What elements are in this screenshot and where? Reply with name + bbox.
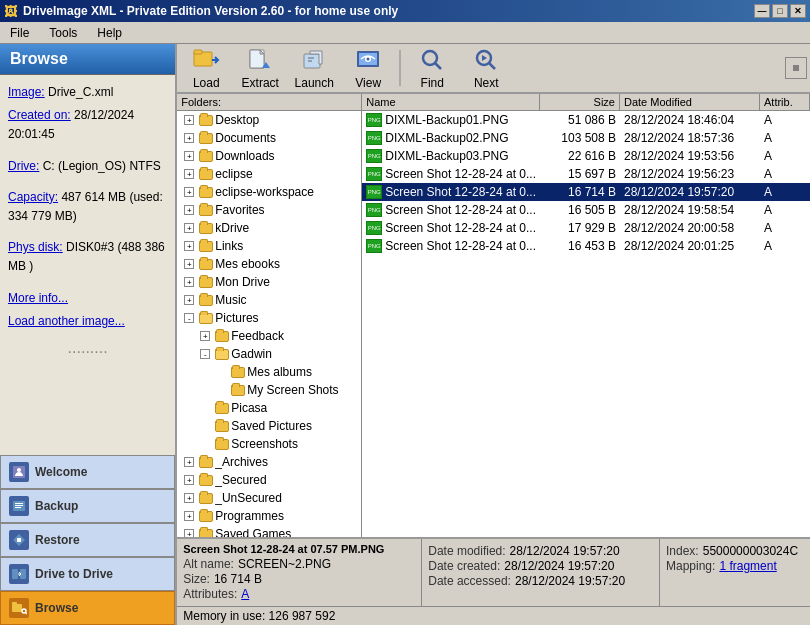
tree-feedback[interactable]: + Feedback <box>177 327 361 345</box>
expand-programmes[interactable]: + <box>181 508 197 524</box>
menu-help[interactable]: Help <box>91 24 128 42</box>
backup-icon <box>9 496 29 516</box>
minimize-button[interactable]: — <box>754 4 770 18</box>
expand-secured[interactable]: + <box>181 472 197 488</box>
tree-downloads[interactable]: + Downloads <box>177 147 361 165</box>
nav-browse[interactable]: Browse <box>0 591 175 625</box>
tree-secured[interactable]: + _Secured <box>177 471 361 489</box>
file-date: 28/12/2024 18:57:36 <box>620 130 760 146</box>
tree-saved-games-label: Saved Games <box>215 527 291 537</box>
mapping-value[interactable]: 1 fragment <box>719 559 776 573</box>
expand-kdrive[interactable]: + <box>181 220 197 236</box>
toolbar-separator <box>399 50 401 86</box>
status-left: Screen Shot 12-28-24 at 07.57 PM.PNG Alt… <box>177 539 422 606</box>
png-icon: PNG <box>366 221 382 235</box>
tree-mes-ebooks-label: Mes ebooks <box>215 257 280 271</box>
attributes-value[interactable]: A <box>241 587 249 601</box>
nav-welcome[interactable]: Welcome <box>0 455 175 489</box>
svg-line-24 <box>489 63 495 69</box>
expand-links[interactable]: + <box>181 238 197 254</box>
expand-documents[interactable]: + <box>181 130 197 146</box>
folder-mes-ebooks-icon <box>199 259 213 270</box>
expand-downloads[interactable]: + <box>181 148 197 164</box>
tree-eclipse[interactable]: + eclipse <box>177 165 361 183</box>
expand-mon-drive[interactable]: + <box>181 274 197 290</box>
file-row[interactable]: PNGScreen Shot 12-28-24 at 0... 16 505 B… <box>362 201 810 219</box>
expand-saved-games[interactable]: + <box>181 526 197 537</box>
load-another-link[interactable]: Load another image... <box>8 314 125 328</box>
tree-links[interactable]: + Links <box>177 237 361 255</box>
find-button[interactable]: Find <box>406 46 458 90</box>
menu-file[interactable]: File <box>4 24 35 42</box>
tree-saved-pictures[interactable]: Saved Pictures <box>177 417 361 435</box>
col-header-size[interactable]: Size <box>540 94 620 110</box>
drive-label: Drive: <box>8 159 39 173</box>
tree-music[interactable]: + Music <box>177 291 361 309</box>
expand-eclipse-workspace[interactable]: + <box>181 184 197 200</box>
file-row[interactable]: PNGDIXML-Backup03.PNG 22 616 B 28/12/202… <box>362 147 810 165</box>
date-created-label: Date created: <box>428 559 500 573</box>
tree-saved-games[interactable]: + Saved Games <box>177 525 361 537</box>
folder-programmes-icon <box>199 511 213 522</box>
png-icon: PNG <box>366 149 382 163</box>
image-label[interactable]: Image: <box>8 85 45 99</box>
col-header-name[interactable]: Name <box>362 94 540 110</box>
nav-backup[interactable]: Backup <box>0 489 175 523</box>
file-date: 28/12/2024 19:57:20 <box>620 184 760 200</box>
expand-gadwin[interactable]: - <box>197 346 213 362</box>
tree-my-screen-shots[interactable]: My Screen Shots <box>177 381 361 399</box>
tree-kdrive[interactable]: + kDrive <box>177 219 361 237</box>
tree-unsecured[interactable]: + _UnSecured <box>177 489 361 507</box>
tree-picasa[interactable]: Picasa <box>177 399 361 417</box>
close-button[interactable]: ✕ <box>790 4 806 18</box>
nav-drive-to-drive[interactable]: Drive to Drive <box>0 557 175 591</box>
file-size: 16 505 B <box>540 202 620 218</box>
expand-eclipse[interactable]: + <box>181 166 197 182</box>
tree-eclipse-workspace[interactable]: + eclipse-workspace <box>177 183 361 201</box>
expand-mes-ebooks[interactable]: + <box>181 256 197 272</box>
extract-button[interactable]: Extract <box>234 46 286 90</box>
tree-pictures[interactable]: - Pictures <box>177 309 361 327</box>
tree-archives[interactable]: + _Archives <box>177 453 361 471</box>
tree-screenshots[interactable]: Screenshots <box>177 435 361 453</box>
expand-archives[interactable]: + <box>181 454 197 470</box>
toolbar-extra[interactable] <box>785 57 807 79</box>
expand-pictures[interactable]: - <box>181 310 197 326</box>
tree-gadwin[interactable]: - Gadwin <box>177 345 361 363</box>
file-row[interactable]: PNGScreen Shot 12-28-24 at 0... 15 697 B… <box>362 165 810 183</box>
expand-feedback[interactable]: + <box>197 328 213 344</box>
tree-favorites-label: Favorites <box>215 203 264 217</box>
tree-mes-albums[interactable]: Mes albums <box>177 363 361 381</box>
col-header-date[interactable]: Date Modified <box>620 94 760 110</box>
file-row[interactable]: PNGDIXML-Backup01.PNG 51 086 B 28/12/202… <box>362 111 810 129</box>
tree-desktop[interactable]: + Desktop <box>177 111 361 129</box>
file-row-selected[interactable]: PNGScreen Shot 12-28-24 at 0... 16 714 B… <box>362 183 810 201</box>
nav-buttons: Welcome Backup Restore Drive to Drive <box>0 455 175 625</box>
maximize-button[interactable]: □ <box>772 4 788 18</box>
file-row[interactable]: PNGScreen Shot 12-28-24 at 0... 17 929 B… <box>362 219 810 237</box>
tree-favorites[interactable]: + Favorites <box>177 201 361 219</box>
file-attr: A <box>760 238 810 254</box>
tree-eclipse-label: eclipse <box>215 167 252 181</box>
index-value: 5500000003024C <box>703 544 798 558</box>
expand-desktop[interactable]: + <box>181 112 197 128</box>
tree-mon-drive[interactable]: + Mon Drive <box>177 273 361 291</box>
expand-favorites[interactable]: + <box>181 202 197 218</box>
tree-mes-ebooks[interactable]: + Mes ebooks <box>177 255 361 273</box>
nav-restore[interactable]: Restore <box>0 523 175 557</box>
menu-tools[interactable]: Tools <box>43 24 83 42</box>
file-row[interactable]: PNGDIXML-Backup02.PNG 103 508 B 28/12/20… <box>362 129 810 147</box>
restore-icon <box>9 530 29 550</box>
expand-unsecured[interactable]: + <box>181 490 197 506</box>
more-info-link[interactable]: More info... <box>8 291 68 305</box>
tree-documents[interactable]: + Documents <box>177 129 361 147</box>
launch-button[interactable]: Launch <box>288 46 340 90</box>
load-button[interactable]: Load <box>180 46 232 90</box>
file-row[interactable]: PNGScreen Shot 12-28-24 at 0... 16 453 B… <box>362 237 810 255</box>
expand-music[interactable]: + <box>181 292 197 308</box>
next-label: Next <box>474 76 499 90</box>
col-header-attr[interactable]: Attrib. <box>760 94 810 110</box>
tree-programmes[interactable]: + Programmes <box>177 507 361 525</box>
view-button[interactable]: View <box>342 46 394 90</box>
next-button[interactable]: Next <box>460 46 512 90</box>
